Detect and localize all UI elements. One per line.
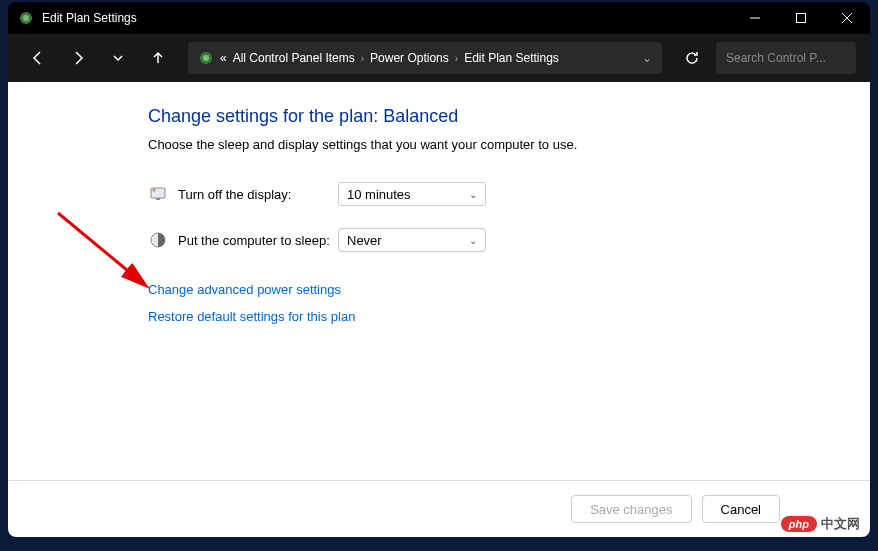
forward-button[interactable]	[62, 42, 94, 74]
svg-rect-12	[156, 198, 160, 200]
watermark: php 中文网	[781, 515, 860, 533]
maximize-button[interactable]	[778, 2, 824, 34]
titlebar: Edit Plan Settings	[8, 2, 870, 34]
breadcrumb-item-0[interactable]: All Control Panel Items	[233, 51, 355, 65]
watermark-text: 中文网	[821, 515, 860, 533]
minimize-button[interactable]	[732, 2, 778, 34]
sleep-label: Put the computer to sleep:	[178, 233, 338, 248]
save-button[interactable]: Save changes	[571, 495, 691, 523]
watermark-badge: php	[781, 516, 817, 532]
sleep-icon	[148, 230, 168, 250]
up-button[interactable]	[142, 42, 174, 74]
chevron-down-icon: ⌄	[469, 189, 477, 200]
page-description: Choose the sleep and display settings th…	[148, 137, 870, 152]
breadcrumb-prefix: «	[220, 51, 227, 65]
svg-point-11	[153, 189, 156, 192]
navbar: « All Control Panel Items › Power Option…	[8, 34, 870, 82]
cancel-button[interactable]: Cancel	[702, 495, 780, 523]
recent-button[interactable]	[102, 42, 134, 74]
advanced-settings-link[interactable]: Change advanced power settings	[148, 282, 870, 297]
chevron-right-icon: ›	[361, 53, 364, 64]
display-icon	[148, 184, 168, 204]
close-button[interactable]	[824, 2, 870, 34]
display-off-dropdown[interactable]: 10 minutes ⌄	[338, 182, 486, 206]
window: Edit Plan Settings	[8, 2, 870, 537]
sleep-dropdown[interactable]: Never ⌄	[338, 228, 486, 252]
main-panel: Change settings for the plan: Balanced C…	[8, 82, 870, 480]
svg-point-1	[23, 15, 29, 21]
display-off-label: Turn off the display:	[178, 187, 338, 202]
chevron-down-icon: ⌄	[469, 235, 477, 246]
setting-display-off: Turn off the display: 10 minutes ⌄	[148, 182, 870, 206]
svg-rect-3	[797, 14, 806, 23]
breadcrumb[interactable]: « All Control Panel Items › Power Option…	[188, 42, 662, 74]
search-input[interactable]	[726, 51, 870, 65]
setting-sleep: Put the computer to sleep: Never ⌄	[148, 228, 870, 252]
search-box[interactable]	[716, 42, 856, 74]
restore-defaults-link[interactable]: Restore default settings for this plan	[148, 309, 870, 324]
page-title: Change settings for the plan: Balanced	[148, 106, 870, 127]
window-title: Edit Plan Settings	[42, 11, 732, 25]
breadcrumb-item-1[interactable]: Power Options	[370, 51, 449, 65]
links-section: Change advanced power settings Restore d…	[148, 282, 870, 324]
breadcrumb-item-2[interactable]: Edit Plan Settings	[464, 51, 559, 65]
window-controls	[732, 2, 870, 34]
control-panel-icon	[198, 50, 214, 66]
chevron-right-icon: ›	[455, 53, 458, 64]
app-icon	[18, 10, 34, 26]
svg-point-7	[203, 55, 209, 61]
content: Change settings for the plan: Balanced C…	[8, 82, 870, 537]
back-button[interactable]	[22, 42, 54, 74]
display-off-value: 10 minutes	[347, 187, 469, 202]
chevron-down-icon[interactable]: ⌄	[642, 51, 652, 65]
footer: Save changes Cancel	[8, 480, 870, 537]
refresh-button[interactable]	[676, 42, 708, 74]
sleep-value: Never	[347, 233, 469, 248]
